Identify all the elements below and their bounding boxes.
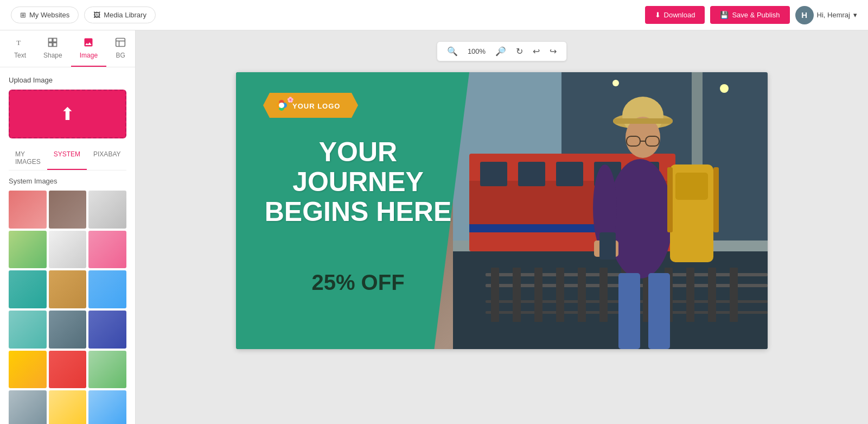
- list-item[interactable]: [9, 231, 47, 269]
- svg-rect-48: [713, 167, 719, 232]
- download-icon: ⬇: [655, 11, 661, 19]
- user-greeting: Hi, Hemraj: [817, 11, 850, 19]
- list-item[interactable]: [49, 351, 87, 389]
- system-tab[interactable]: SYSTEM: [47, 147, 87, 170]
- zoom-in-button[interactable]: 🔍: [445, 45, 460, 58]
- svg-point-65: [279, 103, 284, 108]
- canvas-toolbar: 🔍 100% 🔎 ↻ ↩ ↪: [437, 41, 567, 61]
- svg-rect-33: [556, 162, 583, 186]
- svg-point-44: [608, 159, 673, 279]
- list-item[interactable]: [49, 390, 87, 424]
- svg-rect-43: [613, 118, 673, 124]
- main-layout: T Text Shape Image BG: [0, 30, 868, 424]
- tab-text-label: Text: [14, 52, 26, 59]
- grid-icon: ⊞: [20, 11, 26, 19]
- list-item[interactable]: [9, 390, 47, 424]
- svg-rect-56: [648, 273, 670, 349]
- svg-rect-55: [618, 273, 640, 349]
- system-images-label: System Images: [9, 177, 126, 185]
- svg-rect-16: [491, 268, 499, 322]
- avatar: H: [795, 6, 814, 24]
- save-publish-button[interactable]: 💾 Save & Publish: [710, 6, 789, 24]
- list-item[interactable]: [88, 270, 126, 308]
- list-item[interactable]: [49, 311, 87, 349]
- svg-rect-21: [599, 268, 608, 322]
- svg-rect-31: [480, 162, 507, 186]
- svg-rect-19: [556, 268, 564, 322]
- svg-rect-32: [518, 162, 545, 186]
- sidebar-tab-image[interactable]: Image: [71, 30, 106, 67]
- save-icon: 💾: [720, 11, 729, 19]
- svg-rect-2: [53, 39, 57, 42]
- banner-logo-area: 🌸 YOUR LOGO: [263, 93, 358, 118]
- svg-rect-4: [53, 43, 57, 47]
- header-nav: ⊞ My Websites 🖼 Media Library: [11, 7, 156, 23]
- svg-rect-20: [578, 268, 586, 322]
- undo-button[interactable]: ↩: [531, 45, 542, 58]
- tab-image-label: Image: [80, 52, 98, 59]
- zoom-out-button[interactable]: 🔎: [493, 45, 508, 58]
- sidebar: T Text Shape Image BG: [0, 30, 136, 424]
- svg-rect-47: [667, 167, 673, 232]
- header: ⊞ My Websites 🖼 Media Library ⬇ Download…: [0, 0, 868, 30]
- canvas-area: 🔍 100% 🔎 ↻ ↩ ↪: [136, 30, 868, 424]
- zoom-out-icon: 🔎: [495, 46, 506, 56]
- svg-rect-17: [513, 268, 521, 322]
- list-item[interactable]: [49, 231, 87, 269]
- refresh-icon: ↻: [516, 46, 523, 56]
- user-menu[interactable]: H Hi, Hemraj ▾: [795, 6, 857, 24]
- pixabay-tab[interactable]: PIXABAY: [87, 147, 127, 170]
- chevron-down-icon: ▾: [853, 11, 857, 19]
- svg-text:T: T: [16, 39, 21, 47]
- sidebar-tab-shape[interactable]: Shape: [35, 30, 71, 67]
- image-icon: [83, 37, 94, 49]
- list-item[interactable]: [9, 270, 47, 308]
- sidebar-content: Upload Image ⬆ MY IMAGES SYSTEM PIXABAY …: [0, 67, 135, 424]
- list-item[interactable]: [49, 191, 87, 229]
- list-item[interactable]: [9, 191, 47, 229]
- zoom-in-icon: 🔍: [447, 46, 458, 56]
- my-websites-label: My Websites: [29, 11, 69, 19]
- shape-icon: [47, 37, 58, 49]
- banner-discount: 25% OFF: [258, 270, 458, 295]
- text-icon: T: [15, 37, 25, 49]
- sidebar-tab-bg[interactable]: BG: [106, 30, 135, 67]
- banner-canvas[interactable]: 🌸 YOUR LOGO YOUR JOURNEY BEGINS HERE 25%…: [236, 72, 768, 349]
- list-item[interactable]: [88, 390, 126, 424]
- media-library-button[interactable]: 🖼 Media Library: [84, 7, 156, 23]
- upload-icon: ⬆: [60, 104, 75, 124]
- list-item[interactable]: [88, 231, 126, 269]
- download-button[interactable]: ⬇ Download: [645, 6, 705, 24]
- svg-rect-27: [730, 268, 738, 322]
- svg-text:YOUR LOGO: YOUR LOGO: [292, 102, 340, 110]
- svg-point-38: [720, 84, 729, 93]
- my-images-tab[interactable]: MY IMAGES: [9, 147, 47, 170]
- banner-headline: YOUR JOURNEY BEGINS HERE: [258, 137, 458, 227]
- save-label: Save & Publish: [732, 11, 780, 19]
- tab-shape-label: Shape: [43, 52, 62, 59]
- upload-box[interactable]: ⬆: [9, 90, 126, 138]
- my-websites-button[interactable]: ⊞ My Websites: [11, 7, 79, 23]
- upload-label: Upload Image: [9, 76, 126, 84]
- zoom-value: 100%: [465, 47, 488, 55]
- svg-rect-5: [116, 39, 125, 47]
- svg-rect-3: [49, 43, 53, 47]
- refresh-button[interactable]: ↻: [514, 45, 525, 58]
- svg-rect-11: [453, 246, 768, 349]
- list-item[interactable]: [88, 311, 126, 349]
- list-item[interactable]: [88, 351, 126, 389]
- sidebar-tab-text[interactable]: T Text: [5, 30, 35, 67]
- svg-rect-51: [599, 232, 616, 260]
- svg-point-39: [612, 80, 619, 86]
- undo-icon: ↩: [533, 46, 540, 56]
- image-tabs: MY IMAGES SYSTEM PIXABAY: [9, 147, 126, 170]
- list-item[interactable]: [88, 191, 126, 229]
- redo-button[interactable]: ↪: [547, 45, 559, 58]
- download-label: Download: [664, 11, 695, 19]
- list-item[interactable]: [9, 351, 47, 389]
- images-grid: [9, 191, 126, 424]
- list-item[interactable]: [49, 270, 87, 308]
- svg-rect-26: [708, 268, 716, 322]
- redo-icon: ↪: [550, 46, 557, 56]
- list-item[interactable]: [9, 311, 47, 349]
